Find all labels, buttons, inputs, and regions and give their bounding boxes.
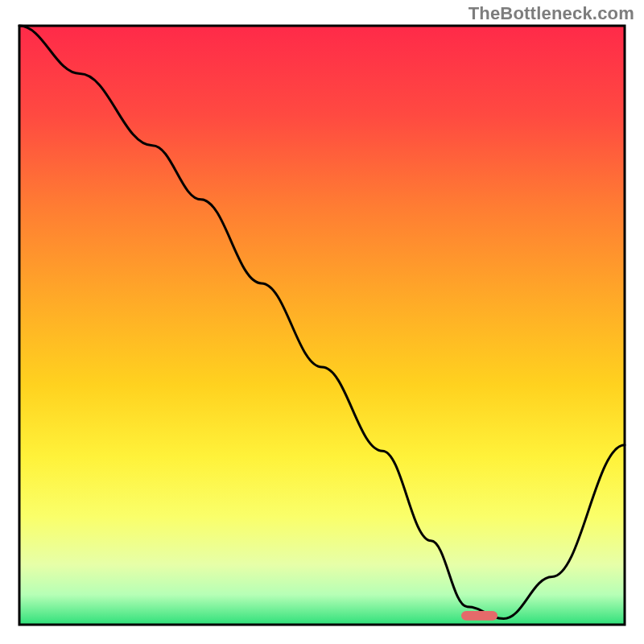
chart-container: TheBottleneck.com xyxy=(0,0,644,644)
plot-background xyxy=(19,26,625,625)
bottleneck-chart xyxy=(0,0,644,644)
minimum-marker xyxy=(461,611,497,621)
watermark-text: TheBottleneck.com xyxy=(469,3,634,24)
